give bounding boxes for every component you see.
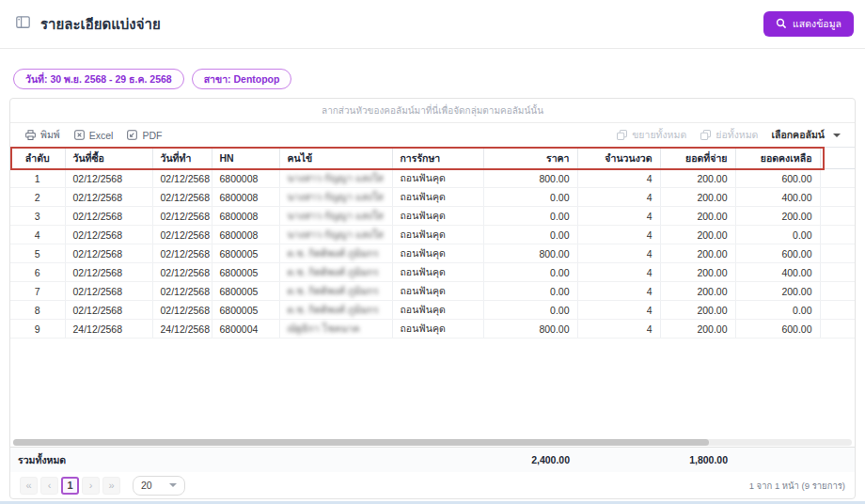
table-cell: 02/12/2568 — [152, 188, 212, 207]
table-header-row: ลำดับวันที่ซื้อวันที่ทำHNคนไข้การรักษารา… — [10, 148, 855, 169]
table-row[interactable]: 924/12/256824/12/25686800004ณัฐธิกา โชคน… — [10, 320, 855, 339]
column-header-7[interactable]: ราคา — [483, 148, 577, 169]
expand-all-icon — [616, 129, 628, 141]
column-header-4[interactable]: HN — [212, 148, 279, 169]
column-header-10[interactable]: ยอดคงเหลือ — [735, 148, 820, 169]
horizontal-scrollbar-thumb[interactable] — [13, 439, 709, 446]
column-header-8[interactable]: จำนวนงวด — [577, 148, 660, 169]
filter-chips: วันที่: 30 พ.ย. 2568 - 29 ธ.ค. 2568 สาขา… — [13, 69, 865, 89]
table-cell: ถอนฟันคุด — [392, 207, 483, 226]
table-cell: 8 — [10, 301, 65, 320]
table-row[interactable]: 402/12/256802/12/25686800008นางสาว กัญญา… — [10, 226, 855, 244]
page-size-select[interactable]: 20 — [133, 476, 185, 496]
pager: « ‹ 1 › » 20 1 จาก 1 หน้า (9 รายการ) — [10, 472, 855, 498]
table-cell: 9 — [10, 320, 65, 339]
table-cell-filler — [820, 226, 855, 244]
show-data-button[interactable]: แสดงข้อมูล — [763, 11, 854, 37]
table-cell: 0.00 — [483, 226, 577, 244]
table-cell: ด.ช. กิตติพงศ์ ภูมิมกร — [279, 282, 392, 301]
table-cell: 02/12/2568 — [152, 263, 212, 282]
current-page-button[interactable]: 1 — [61, 477, 79, 495]
table-cell: 02/12/2568 — [65, 188, 152, 207]
collapse-all-button: ย่อทั้งหมด — [693, 127, 764, 143]
table-cell: 4 — [577, 226, 660, 244]
chevron-down-icon — [833, 134, 841, 137]
collapse-all-label: ย่อทั้งหมด — [716, 127, 758, 143]
table-cell: 200.00 — [660, 263, 735, 282]
panel-layout-icon — [15, 14, 31, 34]
table-row[interactable]: 702/12/256802/12/25686800005ด.ช. กิตติพง… — [10, 282, 855, 301]
table-cell: 4 — [577, 282, 660, 301]
table-cell: 02/12/2568 — [65, 282, 152, 301]
branch-filter-chip[interactable]: สาขา: Dentopop — [192, 69, 292, 89]
table-row[interactable]: 302/12/256802/12/25686800008นางสาว กัญญา… — [10, 207, 855, 226]
table-cell: 6 — [10, 263, 65, 282]
summary-label: รวมทั้งหมด — [10, 448, 483, 472]
expand-all-label: ขยายทั้งหมด — [632, 127, 686, 143]
grid-toolbar: พิมพ์ Excel PDF — [10, 123, 855, 147]
table-cell: 02/12/2568 — [152, 169, 212, 188]
table-wrap: ลำดับวันที่ซื้อวันที่ทำHNคนไข้การรักษารา… — [10, 147, 855, 339]
column-header-1[interactable]: ลำดับ — [10, 148, 65, 169]
table-cell-filler — [820, 188, 855, 207]
table-cell: 6800008 — [212, 226, 279, 244]
table-cell: 02/12/2568 — [152, 207, 212, 226]
table-row[interactable]: 102/12/256802/12/25686800008นางสาว กัญญา… — [10, 169, 855, 188]
table-row[interactable]: 502/12/256802/12/25686800005ด.ช. กิตติพง… — [10, 244, 855, 263]
excel-export-icon — [73, 129, 86, 141]
export-pdf-button[interactable]: PDF — [119, 129, 168, 141]
table-cell: 24/12/2568 — [152, 320, 212, 339]
table-cell: ถอนฟันคุด — [392, 320, 483, 339]
summary-row: รวมทั้งหมด 2,400.00 1,800.00 — [10, 447, 855, 472]
table-cell: ถอนฟันคุด — [392, 282, 483, 301]
table-cell: 02/12/2568 — [152, 226, 212, 244]
choose-columns-button[interactable]: เลือกคอลัมน์ — [764, 127, 847, 143]
table-cell-filler — [820, 244, 855, 263]
choose-columns-label: เลือกคอลัมน์ — [771, 127, 825, 143]
table-cell: 800.00 — [483, 169, 577, 188]
export-excel-button[interactable]: Excel — [67, 129, 120, 141]
table-cell-filler — [820, 301, 855, 320]
table-cell: 5 — [10, 244, 65, 263]
table-cell: 800.00 — [483, 320, 577, 339]
table-cell: 4 — [577, 188, 660, 207]
table-cell: 24/12/2568 — [65, 320, 152, 339]
table-row[interactable]: 802/12/256802/12/25686800005ด.ช. กิตติพง… — [10, 301, 855, 320]
table-cell: 02/12/2568 — [65, 207, 152, 226]
column-header-6[interactable]: การรักษา — [392, 148, 483, 169]
pager-info: 1 จาก 1 หน้า (9 รายการ) — [749, 479, 845, 493]
table-cell: 4 — [577, 301, 660, 320]
last-page-button[interactable]: » — [102, 477, 120, 495]
table-cell: 4 — [577, 169, 660, 188]
first-page-button[interactable]: « — [20, 477, 38, 495]
table-cell: 02/12/2568 — [152, 282, 212, 301]
column-header-9[interactable]: ยอดที่จ่าย — [660, 148, 735, 169]
table-cell: 200.00 — [735, 282, 820, 301]
previous-page-button[interactable]: ‹ — [40, 477, 58, 495]
date-filter-chip[interactable]: วันที่: 30 พ.ย. 2568 - 29 ธ.ค. 2568 — [13, 69, 184, 89]
table-cell: 02/12/2568 — [65, 169, 152, 188]
table-cell: 0.00 — [483, 282, 577, 301]
table-cell: 7 — [10, 282, 65, 301]
table-cell: 4 — [577, 207, 660, 226]
horizontal-scrollbar — [13, 439, 852, 446]
table-cell: 0.00 — [483, 207, 577, 226]
column-header-filler — [820, 148, 855, 169]
summary-price-total: 2,400.00 — [483, 448, 577, 472]
table-cell: 400.00 — [735, 188, 820, 207]
print-button[interactable]: พิมพ์ — [18, 127, 67, 143]
table-cell: 02/12/2568 — [65, 226, 152, 244]
table-cell: 4 — [577, 244, 660, 263]
table-row[interactable]: 202/12/256802/12/25686800008นางสาว กัญญา… — [10, 188, 855, 207]
column-header-5[interactable]: คนไข้ — [279, 148, 392, 169]
next-page-button[interactable]: › — [82, 477, 100, 495]
table-row[interactable]: 602/12/256802/12/25686800005ด.ช. กิตติพง… — [10, 263, 855, 282]
table-cell-filler — [820, 320, 855, 339]
table-cell: นางสาว กัญญา แสงใส — [279, 188, 392, 207]
table-cell: 200.00 — [660, 320, 735, 339]
column-header-2[interactable]: วันที่ซื้อ — [65, 148, 152, 169]
column-header-3[interactable]: วันที่ทำ — [152, 148, 212, 169]
table-cell: นางสาว กัญญา แสงใส — [279, 226, 392, 244]
table-cell: ถอนฟันคุด — [392, 169, 483, 188]
table-cell: 02/12/2568 — [65, 263, 152, 282]
